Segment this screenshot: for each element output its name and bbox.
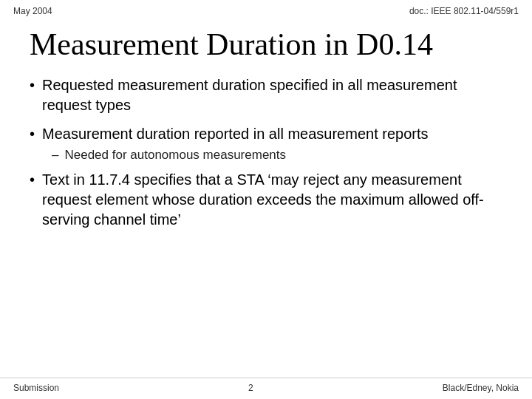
footer-bar: Submission 2 Black/Edney, Nokia <box>0 378 532 399</box>
content-area: • Requested measurement duration specifi… <box>0 75 532 378</box>
title-area: Measurement Duration in D0.14 <box>0 19 532 75</box>
bullet-list: • Requested measurement duration specifi… <box>30 75 502 230</box>
bullet-dot-2: • <box>30 124 35 144</box>
bullet-dot-3: • <box>30 170 35 190</box>
bullet-item-1: • Requested measurement duration specifi… <box>30 75 502 115</box>
bullet-dot-1: • <box>30 75 35 95</box>
bullet-item-3: • Text in 11.7.4 specifies that a STA ‘m… <box>30 170 502 230</box>
slide: May 2004 doc.: IEEE 802.11-04/559r1 Meas… <box>0 0 532 399</box>
footer-center: 2 <box>248 383 253 393</box>
sub-bullet-text-1: Needed for autonomous measurements <box>64 147 286 164</box>
header-left: May 2004 <box>13 6 52 16</box>
sub-bullet-1: – Needed for autonomous measurements <box>52 147 502 164</box>
header-bar: May 2004 doc.: IEEE 802.11-04/559r1 <box>0 0 532 19</box>
bullet-text-1: Requested measurement duration specified… <box>42 75 502 115</box>
bullet-text-3: Text in 11.7.4 specifies that a STA ‘may… <box>42 170 502 230</box>
sub-bullet-dash: – <box>52 147 58 164</box>
footer-left: Submission <box>13 383 59 393</box>
slide-title: Measurement Duration in D0.14 <box>30 27 502 62</box>
header-right: doc.: IEEE 802.11-04/559r1 <box>409 6 519 16</box>
bullet-text-2: Measurement duration reported in all mea… <box>42 124 428 144</box>
footer-right: Black/Edney, Nokia <box>443 383 519 393</box>
bullet-item-2: • Measurement duration reported in all m… <box>30 124 502 164</box>
